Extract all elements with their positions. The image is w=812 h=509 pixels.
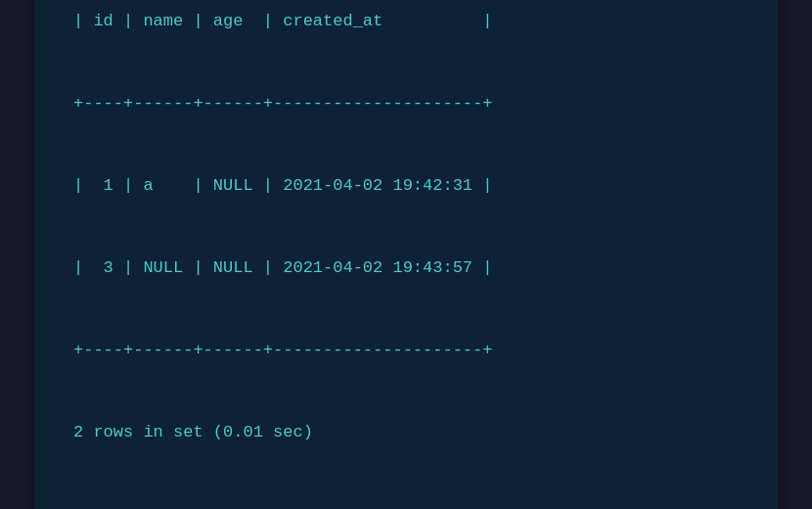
- terminal-line-4: +----+------+------+--------------------…: [73, 90, 739, 117]
- terminal-line-7: +----+------+------+--------------------…: [73, 337, 739, 364]
- terminal-line-5: | 1 | a | NULL | 2021-04-02 19:42:31 |: [73, 172, 739, 200]
- terminal-line-3: | id | name | age | created_at |: [73, 8, 739, 35]
- terminal-output: mysql> select * from user; +----+------+…: [73, 0, 739, 509]
- terminal-line-6: | 3 | NULL | NULL | 2021-04-02 19:43:57 …: [73, 254, 739, 282]
- terminal-line-8: 2 rows in set (0.01 sec): [73, 419, 739, 446]
- terminal-window: mysql> select * from user; +----+------+…: [34, 0, 778, 509]
